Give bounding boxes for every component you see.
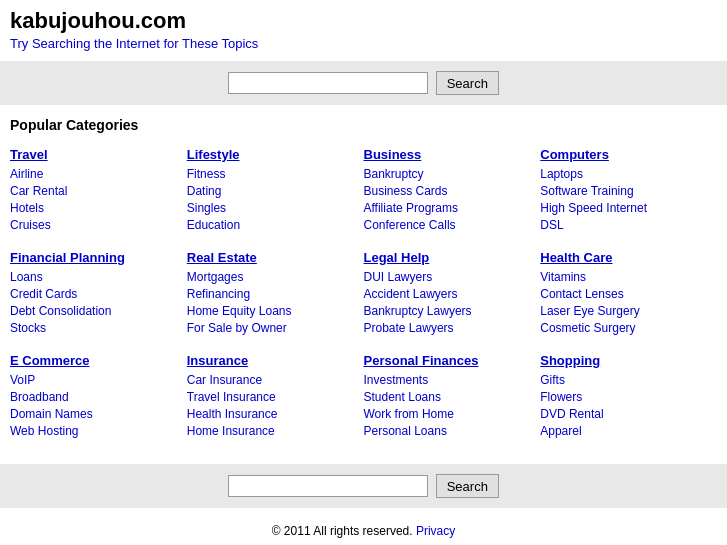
- category-link[interactable]: Health Insurance: [187, 407, 278, 421]
- category-link[interactable]: Travel Insurance: [187, 390, 276, 404]
- category-link[interactable]: Credit Cards: [10, 287, 77, 301]
- category-link[interactable]: Hotels: [10, 201, 44, 215]
- category-block-insurance: InsuranceCar InsuranceTravel InsuranceHe…: [187, 349, 364, 452]
- list-item: Web Hosting: [10, 423, 181, 438]
- category-link[interactable]: Student Loans: [364, 390, 441, 404]
- list-item: Car Rental: [10, 183, 181, 198]
- category-link[interactable]: Debt Consolidation: [10, 304, 111, 318]
- category-title-real-estate[interactable]: Real Estate: [187, 250, 358, 265]
- category-link[interactable]: Web Hosting: [10, 424, 78, 438]
- category-links-personal-finances: InvestmentsStudent LoansWork from HomePe…: [364, 372, 535, 438]
- category-title-legal-help[interactable]: Legal Help: [364, 250, 535, 265]
- category-block-travel: TravelAirlineCar RentalHotelsCruises: [10, 143, 187, 246]
- category-link[interactable]: Bankruptcy: [364, 167, 424, 181]
- category-link[interactable]: Apparel: [540, 424, 581, 438]
- site-title[interactable]: kabujouhou.com: [10, 8, 186, 33]
- category-block-real-estate: Real EstateMortgagesRefinancingHome Equi…: [187, 246, 364, 349]
- category-link[interactable]: Gifts: [540, 373, 565, 387]
- category-link[interactable]: Refinancing: [187, 287, 250, 301]
- category-title-business[interactable]: Business: [364, 147, 535, 162]
- category-link[interactable]: DUI Lawyers: [364, 270, 433, 284]
- category-title-personal-finances[interactable]: Personal Finances: [364, 353, 535, 368]
- list-item: Home Equity Loans: [187, 303, 358, 318]
- bottom-search-input[interactable]: [228, 475, 428, 497]
- category-link[interactable]: Conference Calls: [364, 218, 456, 232]
- category-link[interactable]: Laptops: [540, 167, 583, 181]
- category-title-lifestyle[interactable]: Lifestyle: [187, 147, 358, 162]
- category-link[interactable]: Cosmetic Surgery: [540, 321, 635, 335]
- list-item: Debt Consolidation: [10, 303, 181, 318]
- category-title-travel[interactable]: Travel: [10, 147, 181, 162]
- category-link[interactable]: Singles: [187, 201, 226, 215]
- content: Popular Categories TravelAirlineCar Rent…: [0, 111, 727, 458]
- category-block-legal-help: Legal HelpDUI LawyersAccident LawyersBan…: [364, 246, 541, 349]
- category-link[interactable]: Probate Lawyers: [364, 321, 454, 335]
- category-link[interactable]: Domain Names: [10, 407, 93, 421]
- category-link[interactable]: Investments: [364, 373, 429, 387]
- category-link[interactable]: Home Insurance: [187, 424, 275, 438]
- bottom-search-bar: Search: [0, 464, 727, 508]
- category-link[interactable]: High Speed Internet: [540, 201, 647, 215]
- footer: © 2011 All rights reserved. Privacy: [0, 514, 727, 545]
- top-search-button[interactable]: Search: [436, 71, 499, 95]
- list-item: Student Loans: [364, 389, 535, 404]
- category-link[interactable]: Software Training: [540, 184, 633, 198]
- list-item: Vitamins: [540, 269, 711, 284]
- category-link[interactable]: Fitness: [187, 167, 226, 181]
- list-item: Domain Names: [10, 406, 181, 421]
- category-link[interactable]: Laser Eye Surgery: [540, 304, 639, 318]
- list-item: Stocks: [10, 320, 181, 335]
- category-link[interactable]: Loans: [10, 270, 43, 284]
- category-link[interactable]: Broadband: [10, 390, 69, 404]
- category-link[interactable]: Accident Lawyers: [364, 287, 458, 301]
- category-link[interactable]: Car Insurance: [187, 373, 262, 387]
- category-link[interactable]: Cruises: [10, 218, 51, 232]
- category-link[interactable]: Education: [187, 218, 240, 232]
- category-link[interactable]: Bankruptcy Lawyers: [364, 304, 472, 318]
- category-link[interactable]: Stocks: [10, 321, 46, 335]
- category-link[interactable]: Vitamins: [540, 270, 586, 284]
- category-link[interactable]: Business Cards: [364, 184, 448, 198]
- list-item: DSL: [540, 217, 711, 232]
- category-link[interactable]: Affiliate Programs: [364, 201, 458, 215]
- top-search-input[interactable]: [228, 72, 428, 94]
- category-links-e-commerce: VoIPBroadbandDomain NamesWeb Hosting: [10, 372, 181, 438]
- category-link[interactable]: DVD Rental: [540, 407, 603, 421]
- list-item: Conference Calls: [364, 217, 535, 232]
- category-title-computers[interactable]: Computers: [540, 147, 711, 162]
- list-item: Health Insurance: [187, 406, 358, 421]
- category-block-business: BusinessBankruptcyBusiness CardsAffiliat…: [364, 143, 541, 246]
- list-item: DVD Rental: [540, 406, 711, 421]
- list-item: Contact Lenses: [540, 286, 711, 301]
- list-item: Affiliate Programs: [364, 200, 535, 215]
- list-item: Travel Insurance: [187, 389, 358, 404]
- list-item: Laptops: [540, 166, 711, 181]
- category-link[interactable]: Mortgages: [187, 270, 244, 284]
- category-links-travel: AirlineCar RentalHotelsCruises: [10, 166, 181, 232]
- category-link[interactable]: Home Equity Loans: [187, 304, 292, 318]
- category-title-e-commerce[interactable]: E Commerce: [10, 353, 181, 368]
- category-link[interactable]: Airline: [10, 167, 43, 181]
- category-link[interactable]: Personal Loans: [364, 424, 447, 438]
- privacy-link[interactable]: Privacy: [416, 524, 455, 538]
- list-item: Apparel: [540, 423, 711, 438]
- category-link[interactable]: Work from Home: [364, 407, 454, 421]
- category-link[interactable]: Dating: [187, 184, 222, 198]
- category-title-shopping[interactable]: Shopping: [540, 353, 711, 368]
- category-title-financial-planning[interactable]: Financial Planning: [10, 250, 181, 265]
- category-links-insurance: Car InsuranceTravel InsuranceHealth Insu…: [187, 372, 358, 438]
- category-link[interactable]: Contact Lenses: [540, 287, 623, 301]
- category-block-health-care: Health CareVitaminsContact LensesLaser E…: [540, 246, 717, 349]
- category-link[interactable]: Flowers: [540, 390, 582, 404]
- bottom-search-button[interactable]: Search: [436, 474, 499, 498]
- category-link[interactable]: DSL: [540, 218, 563, 232]
- category-link[interactable]: VoIP: [10, 373, 35, 387]
- category-link[interactable]: For Sale by Owner: [187, 321, 287, 335]
- category-title-health-care[interactable]: Health Care: [540, 250, 711, 265]
- category-link[interactable]: Car Rental: [10, 184, 67, 198]
- list-item: Mortgages: [187, 269, 358, 284]
- category-title-insurance[interactable]: Insurance: [187, 353, 358, 368]
- category-links-health-care: VitaminsContact LensesLaser Eye SurgeryC…: [540, 269, 711, 335]
- list-item: Bankruptcy Lawyers: [364, 303, 535, 318]
- list-item: High Speed Internet: [540, 200, 711, 215]
